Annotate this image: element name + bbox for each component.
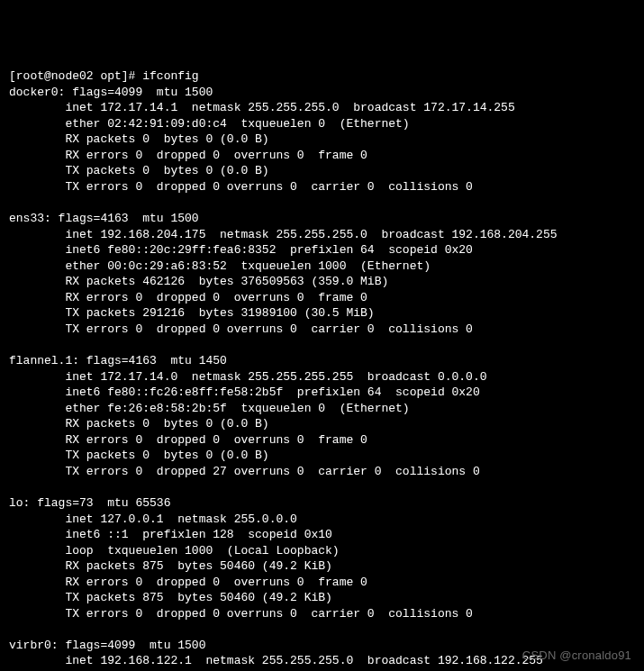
iface-line: TX errors 0 dropped 0 overruns 0 carrier… <box>9 180 473 194</box>
iface-line: inet 127.0.0.1 netmask 255.0.0.0 <box>9 512 297 526</box>
iface-header: flannel.1: flags=4163 mtu 1450 <box>9 354 227 367</box>
iface-line: inet 192.168.204.175 netmask 255.255.255… <box>9 228 558 241</box>
watermark: CSDN @cronaldo91 <box>522 648 631 664</box>
iface-line: RX packets 0 bytes 0 (0.0 B) <box>9 417 269 431</box>
iface-line: TX errors 0 dropped 0 overruns 0 carrier… <box>9 322 473 336</box>
iface-line: TX errors 0 dropped 0 overruns 0 carrier… <box>9 607 473 621</box>
iface-line: inet 192.168.122.1 netmask 255.255.255.0… <box>9 654 543 667</box>
iface-line: inet 172.17.14.0 netmask 255.255.255.255… <box>9 370 487 384</box>
iface-line: RX packets 0 bytes 0 (0.0 B) <box>9 132 269 146</box>
iface-line: ether 00:0c:29:a6:83:52 txqueuelen 1000 … <box>9 259 431 273</box>
iface-header: ens33: flags=4163 mtu 1500 <box>9 212 199 225</box>
iface-line: RX packets 462126 bytes 376509563 (359.0… <box>9 275 388 288</box>
iface-line: loop txqueuelen 1000 (Local Loopback) <box>9 544 340 558</box>
iface-header: docker0: flags=4099 mtu 1500 <box>9 86 213 99</box>
iface-line: inet6 ::1 prefixlen 128 scopeid 0x10 <box>9 528 332 541</box>
iface-line: inet6 fe80::20c:29ff:fea6:8352 prefixlen… <box>9 243 473 257</box>
iface-line: TX packets 0 bytes 0 (0.0 B) <box>9 449 269 462</box>
iface-line: TX packets 291216 bytes 31989100 (30.5 M… <box>9 306 375 320</box>
iface-line: inet6 fe80::fc26:e8ff:fe58:2b5f prefixle… <box>9 385 480 399</box>
iface-line: RX errors 0 dropped 0 overruns 0 frame 0 <box>9 433 367 447</box>
shell-prompt: [root@node02 opt]# <box>9 69 142 83</box>
iface-line: TX packets 875 bytes 50460 (49.2 KiB) <box>9 591 332 604</box>
iface-header: lo: flags=73 mtu 65536 <box>9 496 170 510</box>
terminal-output[interactable]: [root@node02 opt]# ifconfig docker0: fla… <box>9 68 635 671</box>
iface-line: RX errors 0 dropped 0 overruns 0 frame 0 <box>9 291 367 304</box>
iface-header: virbr0: flags=4099 mtu 1500 <box>9 639 205 652</box>
command-text: ifconfig <box>142 69 198 83</box>
iface-line: ether 02:42:91:09:d0:c4 txqueuelen 0 (Et… <box>9 117 410 131</box>
iface-line: RX errors 0 dropped 0 overruns 0 frame 0 <box>9 149 367 162</box>
iface-line: TX packets 0 bytes 0 (0.0 B) <box>9 164 269 177</box>
iface-line: inet 172.17.14.1 netmask 255.255.255.0 b… <box>9 101 515 114</box>
iface-line: ether fe:26:e8:58:2b:5f txqueuelen 0 (Et… <box>9 402 410 415</box>
iface-line: RX packets 875 bytes 50460 (49.2 KiB) <box>9 559 332 573</box>
iface-line: RX errors 0 dropped 0 overruns 0 frame 0 <box>9 576 367 589</box>
iface-line: TX errors 0 dropped 27 overruns 0 carrie… <box>9 465 480 478</box>
